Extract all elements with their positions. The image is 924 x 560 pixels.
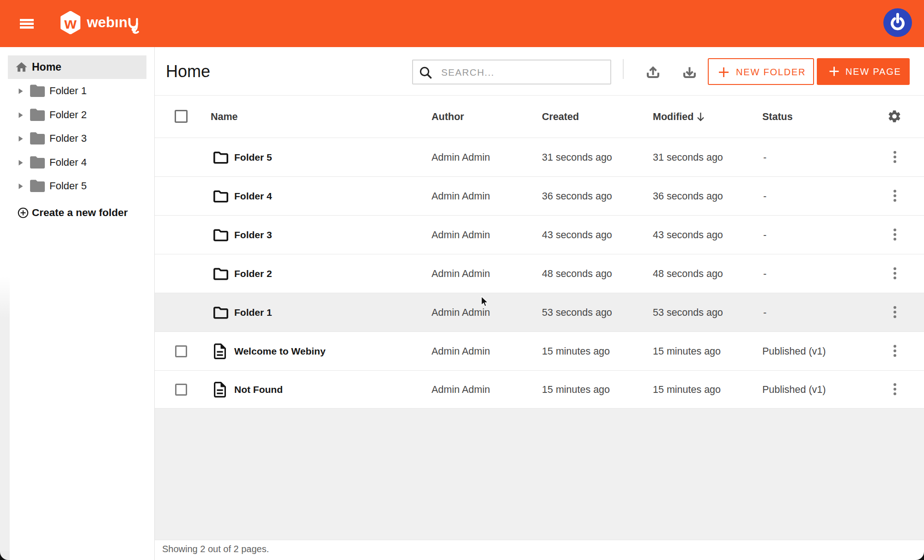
svg-text:w: w bbox=[64, 14, 77, 32]
